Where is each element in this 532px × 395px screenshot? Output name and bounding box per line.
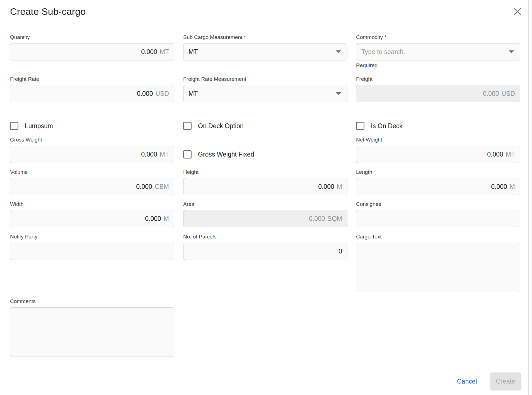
net-weight-field: Net Weight 0.000 MT	[356, 136, 520, 163]
commodity-required-hint: Required	[356, 62, 520, 69]
sub-cargo-measurement-label: Sub Cargo Measurement *	[183, 34, 347, 41]
lumpsum-checkbox[interactable]: Lumpsum	[10, 122, 53, 130]
comments-textarea[interactable]	[10, 307, 174, 357]
height-unit: M	[337, 183, 342, 191]
net-weight-input[interactable]: 0.000 MT	[356, 146, 520, 163]
on-deck-option-checkbox[interactable]: On Deck Option	[183, 122, 244, 130]
sub-cargo-measurement-field: Sub Cargo Measurement * MT	[183, 34, 347, 60]
area-unit: SQM	[328, 215, 342, 223]
no-of-parcels-input[interactable]: 0	[183, 243, 347, 260]
area-input-disabled: 0.000 SQM	[183, 210, 347, 227]
commodity-search-select[interactable]: Type to search.	[356, 43, 520, 60]
width-unit: M	[164, 215, 169, 223]
checkbox-icon	[183, 150, 192, 159]
create-button[interactable]: Create	[490, 372, 521, 391]
create-sub-cargo-dialog: Create Sub-cargo Quantity 0.000 MT Sub C…	[0, 0, 532, 395]
freight-rate-field: Freight Rate 0.000 USD	[10, 76, 174, 102]
consignee-input[interactable]	[356, 210, 520, 227]
volume-input[interactable]: 0.000 CBM	[10, 178, 174, 195]
close-icon	[513, 8, 522, 17]
dialog-edge-divider	[528, 0, 529, 395]
freight-input-disabled: 0.000 USD	[356, 85, 520, 102]
gross-weight-field: Gross Weight 0.000 MT	[10, 136, 174, 163]
checkbox-icon	[183, 122, 192, 130]
cargo-text-label: Cargo Text	[356, 233, 520, 240]
commodity-placeholder: Type to search.	[361, 48, 405, 56]
length-unit: M	[510, 183, 515, 191]
length-input[interactable]: 0.000 M	[356, 178, 520, 195]
consignee-field: Consignee	[356, 201, 520, 227]
height-label: Height	[183, 169, 347, 175]
freight-rate-input[interactable]: 0.000 USD	[10, 85, 174, 102]
is-on-deck-checkbox-label: Is On Deck	[371, 122, 403, 130]
area-label: Area	[183, 201, 347, 208]
quantity-input[interactable]: 0.000 MT	[10, 43, 174, 60]
freight-unit: USD	[501, 90, 515, 97]
gross-weight-fixed-checkbox[interactable]: Gross Weight Fixed	[183, 150, 254, 159]
no-of-parcels-field: No. of Parcels 0	[183, 233, 347, 260]
freight-rate-unit: USD	[155, 90, 169, 97]
freight-rate-measurement-select[interactable]: MT	[183, 85, 347, 102]
net-weight-unit: MT	[506, 151, 515, 158]
cargo-text-field: Cargo Text	[356, 233, 520, 293]
length-field: Length 0.000 M	[356, 169, 520, 195]
net-weight-label: Net Weight	[356, 136, 520, 143]
cancel-button[interactable]: Cancel	[453, 376, 481, 387]
length-label: Length	[356, 169, 520, 175]
commodity-field: Commodity * Type to search. Required	[356, 34, 520, 69]
checkbox-icon	[356, 122, 364, 130]
quantity-value: 0.000	[141, 48, 157, 56]
sub-cargo-measurement-value: MT	[188, 48, 198, 56]
width-field: Width 0.000 M	[10, 201, 174, 227]
volume-field: Volume 0.000 CBM	[10, 169, 174, 195]
commodity-label: Commodity *	[356, 34, 520, 41]
sub-cargo-measurement-select[interactable]: MT	[183, 43, 347, 60]
no-of-parcels-value: 0	[338, 248, 342, 255]
gross-weight-unit: MT	[160, 151, 169, 158]
volume-unit: CBM	[155, 183, 169, 191]
volume-value: 0.000	[136, 183, 152, 191]
width-input[interactable]: 0.000 M	[10, 210, 174, 227]
freight-rate-label: Freight Rate	[10, 76, 174, 82]
area-field: Area 0.000 SQM	[183, 201, 347, 227]
comments-label: Comments	[10, 298, 174, 305]
freight-rate-value: 0.000	[137, 90, 153, 97]
gross-weight-label: Gross Weight	[10, 136, 174, 143]
lumpsum-checkbox-label: Lumpsum	[25, 122, 53, 130]
freight-rate-measurement-value: MT	[188, 90, 198, 97]
height-value: 0.000	[318, 183, 334, 191]
net-weight-value: 0.000	[487, 151, 503, 158]
quantity-label: Quantity	[10, 34, 174, 41]
area-value: 0.000	[309, 215, 325, 223]
comments-field: Comments	[10, 298, 174, 358]
height-field: Height 0.000 M	[183, 169, 347, 195]
chevron-down-icon	[336, 92, 341, 95]
freight-value: 0.000	[483, 90, 499, 97]
quantity-unit: MT	[160, 48, 169, 56]
consignee-label: Consignee	[356, 201, 520, 208]
is-on-deck-checkbox[interactable]: Is On Deck	[356, 122, 403, 130]
cargo-text-textarea[interactable]	[356, 243, 520, 292]
close-button[interactable]	[512, 7, 523, 18]
chevron-down-icon	[336, 50, 341, 53]
on-deck-option-checkbox-label: On Deck Option	[198, 122, 244, 130]
quantity-field: Quantity 0.000 MT	[10, 34, 174, 60]
width-label: Width	[10, 201, 174, 208]
freight-field: Freight 0.000 USD	[356, 76, 520, 102]
freight-label: Freight	[356, 76, 520, 82]
no-of-parcels-label: No. of Parcels	[183, 233, 347, 240]
gross-weight-value: 0.000	[141, 151, 157, 158]
freight-rate-measurement-field: Freight Rate Measurement MT	[183, 76, 347, 102]
height-input[interactable]: 0.000 M	[183, 178, 347, 195]
notify-party-label: Notify Party	[10, 233, 174, 240]
gross-weight-input[interactable]: 0.000 MT	[10, 146, 174, 163]
notify-party-input[interactable]	[10, 243, 174, 260]
width-value: 0.000	[145, 215, 161, 223]
gross-weight-fixed-checkbox-label: Gross Weight Fixed	[198, 151, 254, 158]
length-value: 0.000	[491, 183, 507, 191]
notify-party-field: Notify Party	[10, 233, 174, 260]
volume-label: Volume	[10, 169, 174, 175]
checkbox-icon	[10, 122, 18, 130]
chevron-down-icon	[509, 50, 514, 53]
page-title: Create Sub-cargo	[10, 6, 86, 17]
